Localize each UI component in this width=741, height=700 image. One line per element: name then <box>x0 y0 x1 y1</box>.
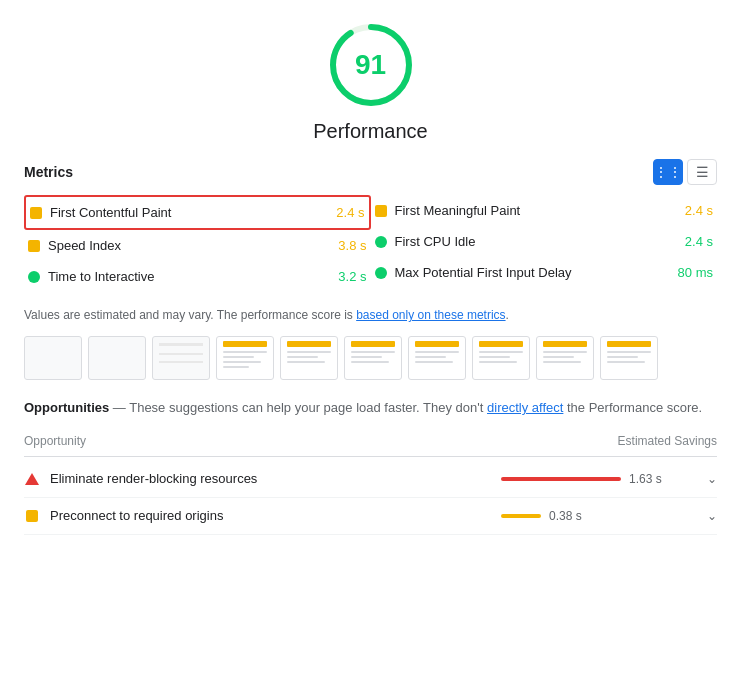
opp-chevron-2[interactable]: ⌄ <box>707 509 717 523</box>
square-orange-icon <box>26 510 38 522</box>
metric-name-tti: Time to Interactive <box>48 269 330 284</box>
metric-item-tti: Time to Interactive 3.2 s <box>24 261 371 292</box>
metric-dot-fmp <box>375 205 387 217</box>
metric-dot-fcp <box>30 207 42 219</box>
metric-item-si: Speed Index 3.8 s <box>24 230 371 261</box>
metric-dot-si <box>28 240 40 252</box>
opportunities-text-end: the Performance score. <box>563 400 702 415</box>
opportunities-table-header: Opportunity Estimated Savings <box>24 430 717 457</box>
info-text-after: . <box>506 308 509 322</box>
opp-savings-2: 0.38 s <box>549 509 582 523</box>
opp-icon-square <box>24 508 40 524</box>
metric-dot-fcpui <box>375 236 387 248</box>
thumb-9 <box>536 336 594 380</box>
metric-item-mpfid: Max Potential First Input Delay 80 ms <box>371 257 718 288</box>
score-section: 91 Performance <box>24 20 717 143</box>
metric-name-mpfid: Max Potential First Input Delay <box>395 265 670 280</box>
metric-name-fcp: First Contentful Paint <box>50 205 328 220</box>
metrics-grid: First Contentful Paint 2.4 s Speed Index… <box>24 195 717 292</box>
metric-item-fcp: First Contentful Paint 2.4 s <box>24 195 371 230</box>
list-view-button[interactable]: ☰ <box>687 159 717 185</box>
opp-chevron-1[interactable]: ⌄ <box>707 472 717 486</box>
opp-bar-red <box>501 477 621 481</box>
metrics-title: Metrics <box>24 164 73 180</box>
metrics-right-column: First Meaningful Paint 2.4 s First CPU I… <box>371 195 718 292</box>
thumb-4 <box>216 336 274 380</box>
opportunities-bold: Opportunities <box>24 400 109 415</box>
thumb-10 <box>600 336 658 380</box>
opp-savings-1: 1.63 s <box>629 472 662 486</box>
metrics-left-column: First Contentful Paint 2.4 s Speed Index… <box>24 195 371 292</box>
triangle-red-icon <box>25 473 39 485</box>
metric-dot-tti <box>28 271 40 283</box>
thumb-8 <box>472 336 530 380</box>
thumbnails-row <box>24 336 717 380</box>
metric-name-si: Speed Index <box>48 238 330 253</box>
score-value: 91 <box>355 49 386 81</box>
metrics-header: Metrics ⋮⋮ ☰ <box>24 159 717 185</box>
opp-icon-triangle <box>24 471 40 487</box>
metric-value-mpfid: 80 ms <box>678 265 713 280</box>
grid-icon: ⋮⋮ <box>654 164 682 180</box>
thumb-3 <box>152 336 210 380</box>
opp-bar-area-1: 1.63 s <box>501 472 701 486</box>
list-icon: ☰ <box>696 164 709 180</box>
opportunities-header: Opportunities — These suggestions can he… <box>24 398 717 418</box>
metrics-link[interactable]: based only on these metrics <box>356 308 505 322</box>
metric-name-fmp: First Meaningful Paint <box>395 203 677 218</box>
metric-value-si: 3.8 s <box>338 238 366 253</box>
score-circle: 91 <box>326 20 416 110</box>
thumb-1 <box>24 336 82 380</box>
thumb-2 <box>88 336 146 380</box>
opp-name-preconnect: Preconnect to required origins <box>50 508 501 523</box>
thumb-7 <box>408 336 466 380</box>
performance-label: Performance <box>313 120 428 143</box>
view-toggle: ⋮⋮ ☰ <box>653 159 717 185</box>
metric-value-fcp: 2.4 s <box>336 205 364 220</box>
opp-name-render-blocking: Eliminate render-blocking resources <box>50 471 501 486</box>
metric-value-tti: 3.2 s <box>338 269 366 284</box>
directly-affect-link[interactable]: directly affect <box>487 400 563 415</box>
metric-name-fcpui: First CPU Idle <box>395 234 677 249</box>
metric-item-fcpui: First CPU Idle 2.4 s <box>371 226 718 257</box>
metric-dot-mpfid <box>375 267 387 279</box>
col-opportunity: Opportunity <box>24 434 86 448</box>
thumb-5 <box>280 336 338 380</box>
metric-value-fcpui: 2.4 s <box>685 234 713 249</box>
opportunities-text: — These suggestions can help your page l… <box>109 400 487 415</box>
opp-item-render-blocking[interactable]: Eliminate render-blocking resources 1.63… <box>24 461 717 498</box>
opp-bar-area-2: 0.38 s <box>501 509 701 523</box>
opp-item-preconnect[interactable]: Preconnect to required origins 0.38 s ⌄ <box>24 498 717 535</box>
metric-item-fmp: First Meaningful Paint 2.4 s <box>371 195 718 226</box>
grid-view-button[interactable]: ⋮⋮ <box>653 159 683 185</box>
col-savings: Estimated Savings <box>618 434 717 448</box>
metric-value-fmp: 2.4 s <box>685 203 713 218</box>
info-text: Values are estimated and may vary. The p… <box>24 306 717 324</box>
thumb-6 <box>344 336 402 380</box>
opp-bar-orange <box>501 514 541 518</box>
info-text-before: Values are estimated and may vary. The p… <box>24 308 356 322</box>
